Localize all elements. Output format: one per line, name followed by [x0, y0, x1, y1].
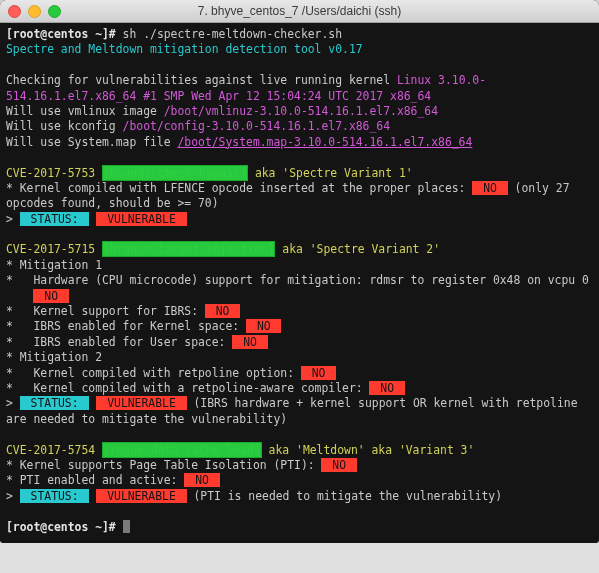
check-line: Will use kconfig [6, 119, 123, 133]
tool-header: Spectre and Meltdown mitigation detectio… [6, 42, 363, 56]
systemmap-path: /boot/System.map-3.10.0-514.16.1.el7.x86… [177, 135, 472, 149]
no-badge: NO [184, 473, 219, 487]
cve-subtitle: [rogue data cache load] [102, 442, 262, 458]
detail-line: * Hardware (CPU microcode) support for m… [6, 273, 589, 287]
no-badge: NO [33, 289, 68, 303]
terminal-output[interactable]: [root@centos ~]# sh ./spectre-meltdown-c… [0, 23, 599, 543]
status-note: (PTI is needed to mitigate the vulnerabi… [187, 489, 502, 503]
detail-line: * IBRS enabled for User space: [6, 335, 232, 349]
status-prefix: > [6, 489, 20, 503]
no-badge: NO [246, 319, 281, 333]
no-badge: NO [205, 304, 240, 318]
detail-line: * Kernel support for IBRS: [6, 304, 205, 318]
detail-line: * PTI enabled and active: [6, 473, 184, 487]
check-line: Will use System.map file [6, 135, 177, 149]
no-badge: NO [472, 181, 507, 195]
no-badge: NO [301, 366, 336, 380]
check-line: Checking for vulnerabilities against liv… [6, 73, 397, 87]
no-badge: NO [321, 458, 356, 472]
cve-heading: CVE-2017-5715 [6, 242, 102, 256]
detail-line: * Kernel compiled with retpoline option: [6, 366, 301, 380]
cve-aka: aka 'Spectre Variant 2' [275, 242, 440, 256]
detail-line: * Mitigation 2 [6, 350, 102, 364]
vmlinux-path: /boot/vmlinuz-3.10.0-514.16.1.el7.x86_64 [164, 104, 438, 118]
status-prefix: > [6, 396, 20, 410]
detail-line: * Kernel compiled with a retpoline-aware… [6, 381, 369, 395]
check-line: Will use vmlinux image [6, 104, 164, 118]
status-value: VULNERABLE [96, 212, 186, 226]
terminal-window: 7. bhyve_centos_7 /Users/daichi (ssh) [r… [0, 0, 599, 543]
no-badge: NO [369, 381, 404, 395]
detail-line: * Kernel compiled with LFENCE opcode ins… [6, 181, 472, 195]
detail-line: * Kernel supports Page Table Isolation (… [6, 458, 321, 472]
detail-line: * Mitigation 1 [6, 258, 102, 272]
cve-heading: CVE-2017-5753 [6, 166, 102, 180]
status-label: STATUS: [20, 396, 90, 410]
command: sh ./spectre-meltdown-checker.sh [116, 27, 342, 41]
detail-line: * IBRS enabled for Kernel space: [6, 319, 246, 333]
status-value: VULNERABLE [96, 489, 186, 503]
cve-subtitle: [branch target injection] [102, 241, 275, 257]
kconfig-path: /boot/config-3.10.0-514.16.1.el7.x86_64 [123, 119, 390, 133]
cve-aka: aka 'Spectre Variant 1' [248, 166, 413, 180]
status-label: STATUS: [20, 212, 90, 226]
cve-subtitle: [bounds check bypass] [102, 165, 248, 181]
prompt: [root@centos ~]# [6, 27, 116, 41]
no-badge: NO [232, 335, 267, 349]
minimize-icon[interactable] [28, 5, 41, 18]
status-label: STATUS: [20, 489, 90, 503]
status-value: VULNERABLE [96, 396, 186, 410]
cursor-icon [123, 520, 130, 533]
traffic-lights [0, 5, 61, 18]
cve-heading: CVE-2017-5754 [6, 443, 102, 457]
titlebar: 7. bhyve_centos_7 /Users/daichi (ssh) [0, 0, 599, 23]
status-note: (IBRS hardware + kernel support OR kerne… [6, 396, 584, 425]
cve-aka: aka 'Meltdown' aka 'Variant 3' [262, 443, 475, 457]
zoom-icon[interactable] [48, 5, 61, 18]
status-prefix: > [6, 212, 20, 226]
prompt: [root@centos ~]# [6, 520, 123, 534]
close-icon[interactable] [8, 5, 21, 18]
window-title: 7. bhyve_centos_7 /Users/daichi (ssh) [0, 4, 599, 18]
